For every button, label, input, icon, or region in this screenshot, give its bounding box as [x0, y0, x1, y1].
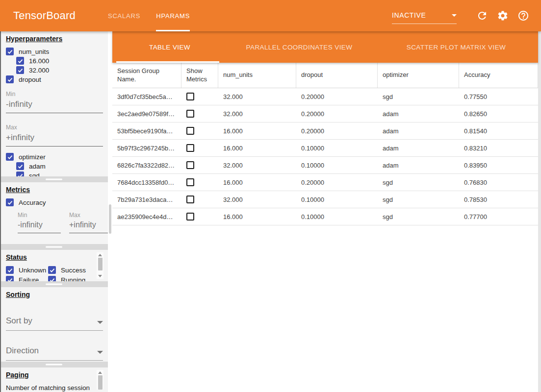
- section-resize-handle[interactable]: [0, 176, 108, 182]
- col-optimizer: optimizer: [378, 63, 459, 88]
- sidebar-scrollbar-thumb[interactable]: [109, 204, 111, 234]
- accuracy-cell: 0.81540: [459, 122, 538, 139]
- checkbox-checked[interactable]: [6, 48, 14, 55]
- checkbox-checked[interactable]: [48, 276, 56, 281]
- status-scrollbar[interactable]: [97, 252, 103, 279]
- table-row: 5b97f3c2967245b… 16.000 0.10000 adam 0.8…: [112, 140, 538, 157]
- accuracy-cell: 0.83210: [459, 140, 538, 156]
- hyperparameters-section: Hyperparameters num_units 16.000: [0, 31, 108, 176]
- checkbox-checked[interactable]: [6, 198, 14, 206]
- show-metrics-cell: [181, 122, 218, 139]
- optimizer-cell: adam: [378, 105, 459, 122]
- sidebar-gutter: [108, 31, 112, 392]
- scroll-up-icon[interactable]: [98, 371, 102, 374]
- checkbox-label: Unknown: [19, 267, 46, 274]
- table-row: 7b29a731e3daca… 32.000 0.10000 sgd 0.785…: [112, 191, 538, 208]
- metric-min-input[interactable]: [18, 220, 61, 233]
- checkbox-checked[interactable]: [16, 66, 24, 74]
- accuracy-cell: 0.78530: [459, 191, 538, 208]
- direction-select[interactable]: Direction: [6, 346, 103, 361]
- optimizer-cell: adam: [378, 122, 459, 139]
- checkbox-checked[interactable]: [16, 57, 24, 65]
- checkbox-label: 32.000: [29, 67, 49, 74]
- checkbox-checked[interactable]: [6, 276, 14, 281]
- show-metrics-checkbox[interactable]: [186, 127, 194, 135]
- table-row: 3ec2aed9e07589f… 32.000 0.20000 adam 0.8…: [112, 105, 538, 122]
- metrics-checkbox-list: Accuracy: [6, 198, 103, 207]
- paging-scrollbar[interactable]: [97, 370, 103, 390]
- dropout-max-input[interactable]: [6, 132, 103, 147]
- col-session-group-name: Session Group Name.: [112, 63, 181, 88]
- checkbox-checked[interactable]: [6, 153, 14, 161]
- show-metrics-cell: [181, 208, 218, 225]
- min-label: Min: [6, 91, 103, 98]
- status-checkbox-row: Running: [48, 275, 95, 281]
- scrollbar-thumb[interactable]: [98, 258, 103, 270]
- content-area: Hyperparameters num_units 16.000: [0, 31, 541, 392]
- num-units-cell: 16.000: [218, 140, 296, 156]
- run-status-select[interactable]: INACTIVE: [392, 11, 457, 24]
- settings-icon[interactable]: [497, 10, 509, 22]
- hparam-checkbox-row: 32.000: [16, 66, 103, 74]
- dropout-min-input[interactable]: [6, 98, 103, 113]
- show-metrics-checkbox[interactable]: [186, 110, 194, 118]
- active-tab-underline: [116, 61, 219, 63]
- checkbox-checked[interactable]: [6, 266, 14, 274]
- section-resize-handle[interactable]: [0, 362, 108, 368]
- checkbox-checked[interactable]: [6, 75, 14, 83]
- show-metrics-checkbox[interactable]: [186, 161, 194, 169]
- checkbox-checked[interactable]: [48, 266, 56, 274]
- metrics-heading: Metrics: [6, 186, 103, 194]
- dropout-cell: 0.20000: [296, 105, 378, 122]
- dropout-min-field: Min: [6, 91, 103, 113]
- tab-hparams[interactable]: HPARAMS: [156, 0, 190, 31]
- status-section: Status Unknown Success Failur: [0, 250, 108, 281]
- hparam-checkbox-row: optimizer: [6, 152, 103, 161]
- dropout-cell: 0.20000: [296, 88, 378, 105]
- dropout-cell: 0.10000: [296, 208, 378, 225]
- checkbox-checked[interactable]: [16, 172, 24, 176]
- table-body: 3df0d7cf35bec5a… 32.000 0.20000 sgd 0.77…: [112, 88, 538, 225]
- scrollbar-thumb[interactable]: [98, 375, 103, 390]
- show-metrics-checkbox[interactable]: [186, 196, 194, 203]
- hparam-checkbox-row: 16.000: [16, 56, 103, 65]
- show-metrics-checkbox[interactable]: [186, 144, 194, 152]
- run-status-value: INACTIVE: [392, 11, 426, 19]
- session-group-name-cell: 3ec2aed9e07589f…: [112, 105, 181, 122]
- refresh-icon[interactable]: [476, 10, 488, 22]
- sort-by-select[interactable]: Sort by: [6, 316, 103, 331]
- show-metrics-cell: [181, 157, 218, 173]
- table-header-row: Session Group Name. Show Metrics num_uni…: [112, 63, 538, 88]
- scroll-down-icon[interactable]: [98, 275, 102, 277]
- checkbox-label: adam: [29, 163, 46, 170]
- tab-scatter-plot-matrix-view[interactable]: SCATTER PLOT MATRIX VIEW: [407, 31, 506, 63]
- help-icon[interactable]: [517, 10, 529, 22]
- show-metrics-checkbox[interactable]: [186, 178, 194, 186]
- section-resize-handle[interactable]: [0, 281, 108, 287]
- tab-parallel-coordinates-view[interactable]: PARALLEL COORDINATES VIEW: [246, 31, 353, 63]
- max-label: Max: [6, 124, 103, 131]
- status-checkbox-row: Failure: [6, 275, 48, 281]
- show-metrics-checkbox[interactable]: [186, 213, 194, 220]
- num-units-cell: 32.000: [218, 191, 296, 208]
- accuracy-cell: 0.77550: [459, 88, 538, 105]
- optimizer-checkbox-list: optimizer adam sgd: [6, 152, 103, 176]
- status-checkbox-row: Success: [48, 266, 95, 274]
- show-metrics-cell: [181, 174, 218, 191]
- hparams-sidebar: Hyperparameters num_units 16.000: [0, 31, 108, 392]
- tab-table-view[interactable]: TABLE VIEW: [149, 31, 190, 63]
- table-row: 3df0d7cf35bec5a… 32.000 0.20000 sgd 0.77…: [112, 88, 538, 105]
- scroll-up-icon[interactable]: [98, 254, 102, 256]
- main-scrollbar-gutter[interactable]: [538, 31, 541, 392]
- metric-max-field: Max: [69, 212, 108, 233]
- dropout-cell: 0.10000: [296, 140, 378, 156]
- app-title: TensorBoard: [13, 9, 76, 22]
- section-resize-handle[interactable]: [0, 244, 108, 250]
- metric-max-input[interactable]: [69, 220, 108, 233]
- show-metrics-checkbox[interactable]: [186, 93, 194, 100]
- checkbox-checked[interactable]: [16, 162, 24, 170]
- col-num-units: num_units: [218, 63, 296, 88]
- sorting-heading: Sorting: [6, 291, 103, 298]
- col-dropout: dropout: [296, 63, 378, 88]
- tab-scalars[interactable]: SCALARS: [108, 0, 140, 31]
